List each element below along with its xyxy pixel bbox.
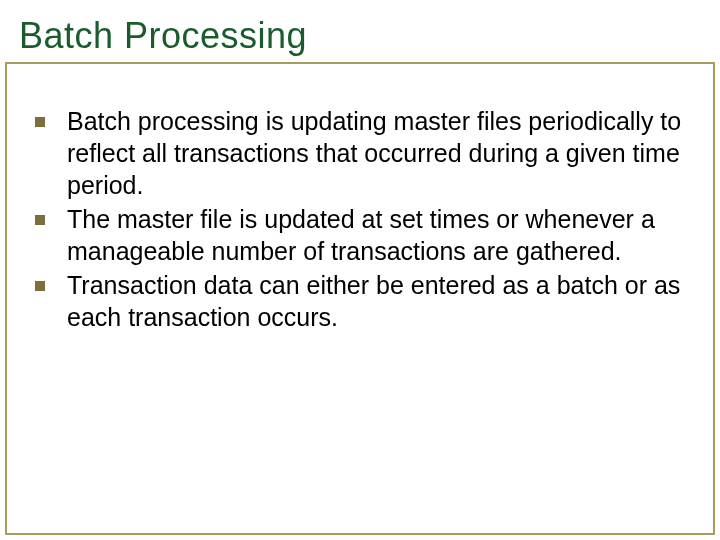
bullet-item: Batch processing is updating master file… <box>35 105 685 201</box>
bullet-item: The master file is updated at set times … <box>35 203 685 267</box>
slide-title: Batch Processing <box>19 15 705 57</box>
bullet-text: Batch processing is updating master file… <box>67 105 685 201</box>
bullet-text: The master file is updated at set times … <box>67 203 685 267</box>
bullet-text: Transaction data can either be entered a… <box>67 269 685 333</box>
title-underline <box>5 62 715 64</box>
content-area: Batch processing is updating master file… <box>35 105 685 335</box>
bullet-item: Transaction data can either be entered a… <box>35 269 685 333</box>
title-area: Batch Processing <box>5 5 715 63</box>
square-bullet-icon <box>35 215 45 225</box>
square-bullet-icon <box>35 281 45 291</box>
square-bullet-icon <box>35 117 45 127</box>
